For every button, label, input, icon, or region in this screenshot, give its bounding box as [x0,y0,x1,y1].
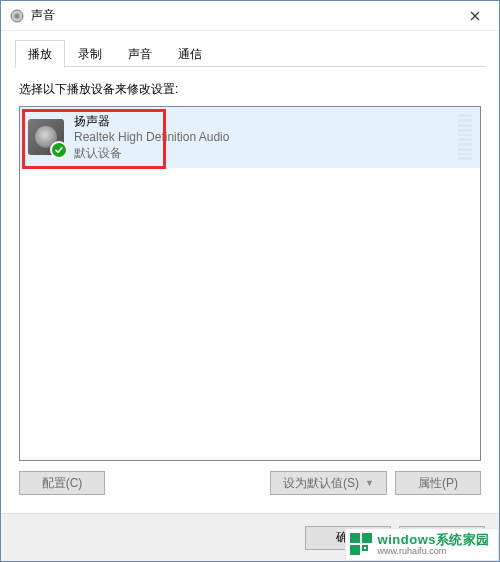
watermark-url: www.ruhaifu.com [378,547,490,556]
tab-communications[interactable]: 通信 [165,40,215,68]
device-listbox[interactable]: 扬声器 Realtek High Definition Audio 默认设备 [19,106,481,461]
device-status: 默认设备 [74,145,452,161]
default-check-icon [50,141,68,159]
panel-instructions: 选择以下播放设备来修改设置: [19,81,481,98]
set-default-button[interactable]: 设为默认值(S) ▼ [270,471,387,495]
tab-sounds[interactable]: 声音 [115,40,165,68]
sound-dialog: 声音 播放 录制 声音 通信 选择以下播放设备来修改设置: [0,0,500,562]
device-action-row: 配置(C) 设为默认值(S) ▼ 属性(P) [19,471,481,495]
tab-panel-playback: 选择以下播放设备来修改设置: 扬声器 Realtek High Definiti… [15,67,485,501]
device-name: 扬声器 [74,113,452,129]
chevron-down-icon: ▼ [365,478,374,488]
set-default-label: 设为默认值(S) [283,475,359,492]
device-row[interactable]: 扬声器 Realtek High Definition Audio 默认设备 [20,107,480,168]
watermark-logo-icon [350,533,372,555]
dialog-body: 播放 录制 声音 通信 选择以下播放设备来修改设置: 扬声器 [1,31,499,513]
speaker-icon [28,119,64,155]
configure-button[interactable]: 配置(C) [19,471,105,495]
properties-button[interactable]: 属性(P) [395,471,481,495]
spacer [113,471,262,495]
tab-strip: 播放 录制 声音 通信 [15,39,485,67]
svg-point-1 [15,13,20,18]
dialog-footer: 确定 取消 windows系统家园 www.ruhaifu.com [1,513,499,561]
device-driver: Realtek High Definition Audio [74,129,452,145]
device-text: 扬声器 Realtek High Definition Audio 默认设备 [74,113,452,162]
volume-meter [458,114,472,160]
watermark-title: windows系统家园 [378,533,490,547]
tab-playback[interactable]: 播放 [15,40,65,68]
watermark: windows系统家园 www.ruhaifu.com [345,528,499,561]
window-icon [9,8,25,24]
close-button[interactable] [452,2,497,30]
titlebar: 声音 [1,1,499,31]
window-title: 声音 [31,7,452,24]
tab-recording[interactable]: 录制 [65,40,115,68]
